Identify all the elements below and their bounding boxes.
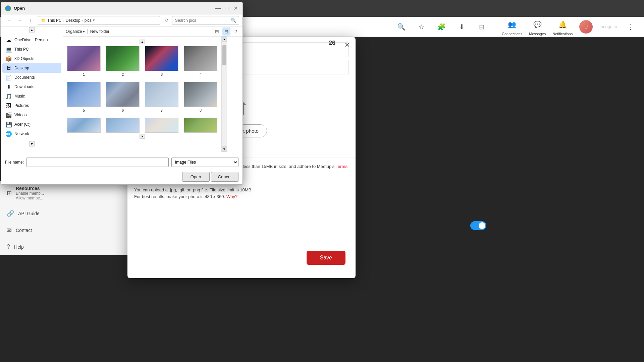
scrollbar-thumb[interactable] [222,45,226,65]
download-header-icon[interactable]: ⬇ [455,20,468,34]
file-item-1[interactable]: 1 [66,45,102,78]
save-button[interactable]: Save [307,251,345,265]
new-folder-button[interactable]: New folder [90,29,109,34]
nav-forward-button[interactable]: → [15,16,24,25]
view-split-button[interactable]: ⊞ [213,27,221,36]
sidebar-scroll-down-button[interactable]: ▼ [29,141,35,146]
sidebar-scroll-up-button[interactable]: ▲ [29,27,35,33]
file-item-4[interactable]: 4 [182,45,219,78]
scrollbar-down-button[interactable]: ▼ [222,146,227,152]
sidebar-scroll-bottom: ▼ [1,140,63,147]
dialog-titlebar: Open — □ ✕ [1,2,243,14]
file-item-10[interactable] [105,116,141,134]
user-avatar[interactable]: U [579,20,593,34]
file-thumb-1 [67,46,101,71]
search-submit-button[interactable]: 🔍 [231,18,236,23]
messages-icon[interactable]: 💬 [531,18,544,31]
open-button[interactable]: Open [182,172,210,182]
file-thumb-8 [184,82,217,107]
dialog-title-text: Open [14,6,25,11]
sidebar-item-network[interactable]: 🌐 Network [2,129,61,138]
bookmark-icon[interactable]: ☆ [415,20,428,34]
file-item-12[interactable] [182,116,219,134]
file-thumb-12 [184,118,217,133]
sidebar-item-videos-label: Videos [14,113,26,117]
enable-toggle[interactable]: ✓ [470,221,486,230]
upload-dialog-close-button[interactable]: ✕ [344,41,350,49]
more-menu-icon[interactable]: ⋮ [624,20,637,34]
documents-icon: 📄 [6,74,12,80]
file-item-6[interactable]: 6 [105,80,141,114]
sidebar-item-thispc[interactable]: 💻 This PC [2,45,61,54]
sidebar-toggle-icon[interactable]: ⊟ [475,20,488,34]
refresh-button[interactable]: ↺ [163,16,171,24]
sidebar-item-documents[interactable]: 📄 Documents [2,73,61,82]
upload-info-small-1: You can upload a .jpg, .gif, or .png fil… [134,187,349,194]
nav-back-button[interactable]: ← [4,16,14,25]
bg-sidebar: ⊞ Resources Enable memb... Allow membe..… [0,181,127,255]
organize-button[interactable]: Organize ▾ [66,29,85,34]
upload-info-small-2-row: For best results, make your photo is 480… [134,193,349,200]
sidebar-item-onedrive[interactable]: ☁ OneDrive - Person [2,35,61,45]
file-item-9[interactable] [66,116,102,134]
help-icon: ? [7,243,10,250]
sidebar-item-music-label: Music [14,94,25,99]
scrollbar-track [222,42,227,146]
notifications-group: 🔔 Notifications [552,18,573,36]
file-thumb-11 [145,118,178,133]
sidebar-item-3dobjects[interactable]: 📦 3D Objects [2,54,61,63]
grid-scroll-down-button[interactable]: ▼ [140,134,145,139]
why-link[interactable]: Why? [226,193,237,200]
sidebar-item-downloads[interactable]: ⬇ Downloads [2,82,61,92]
file-item-7[interactable]: 7 [144,80,180,114]
search-header-icon[interactable]: 🔍 [394,20,408,34]
user-avatar-group: U [579,20,593,34]
contact-sidebar-item[interactable]: ✉ Contact [0,222,127,239]
file-item-2[interactable]: 2 [105,45,141,78]
dialog-close-button[interactable]: ✕ [232,5,238,11]
sidebar-item-pictures[interactable]: 🖼 Pictures [2,101,61,110]
file-item-11[interactable] [144,116,180,134]
notifications-icon[interactable]: 🔔 [556,18,569,31]
filetype-select[interactable]: Image Files All Files [171,158,238,167]
extensions-icon[interactable]: 🧩 [435,20,448,34]
sidebar-item-3dobjects-label: 3D Objects [14,56,34,61]
api-guide-sidebar-item[interactable]: 🔗 API Guide [0,205,127,222]
cancel-button[interactable]: Cancel [211,172,238,182]
contact-label: Contact [16,228,32,233]
resources-label: Resources [16,186,44,191]
onedrive-icon: ☁ [6,37,12,43]
sidebar-item-music[interactable]: 🎵 Music [2,92,61,101]
view-help-button[interactable]: ? [232,27,240,36]
sidebar-item-acer[interactable]: 💾 Acer (C:) [2,120,61,129]
search-input[interactable] [175,18,229,23]
dialog-action-buttons: Open Cancel [1,172,243,184]
connections-icon[interactable]: 👥 [505,18,519,31]
file-item-5[interactable]: 5 [66,80,102,114]
count-badge: 26 [329,40,335,47]
view-grid-button[interactable]: ⊟ [222,27,230,36]
help-sidebar-item[interactable]: ? Help [0,239,127,255]
filename-input[interactable] [26,158,169,167]
dialog-main: ▲ ☁ OneDrive - Person 💻 This PC 📦 3D Obj… [1,26,243,152]
file-item-8[interactable]: 8 [182,80,219,114]
dialog-maximize-button[interactable]: □ [224,5,230,11]
videos-icon: 🎬 [6,112,12,118]
file-thumb-10 [106,118,140,133]
dialog-minimize-button[interactable]: — [215,5,221,11]
scrollbar-up-button[interactable]: ▲ [222,37,227,42]
grid-scroll-up-button[interactable]: ▲ [140,40,145,44]
organize-dropdown-icon: ▾ [83,29,85,34]
nav-up-button[interactable]: ↑ [26,16,35,25]
bookmark-header-group: ☆ [415,20,428,34]
file-item-3[interactable]: 3 [144,45,180,78]
dialog-sidebar: ☁ OneDrive - Person 💻 This PC 📦 3D Objec… [1,33,63,140]
sidebar-scroll-top: ▲ [1,26,63,33]
sidebar-toggle-group: ⊟ [475,20,488,34]
sidebar-item-videos[interactable]: 🎬 Videos [2,110,61,120]
breadcrumb-dropdown-button[interactable]: ▾ [93,18,95,22]
sidebar-item-desktop[interactable]: 🖥 Desktop [2,63,61,73]
filename-label: File name: [5,160,24,165]
network-icon: 🌐 [6,131,12,137]
thispc-icon: 💻 [6,46,12,52]
